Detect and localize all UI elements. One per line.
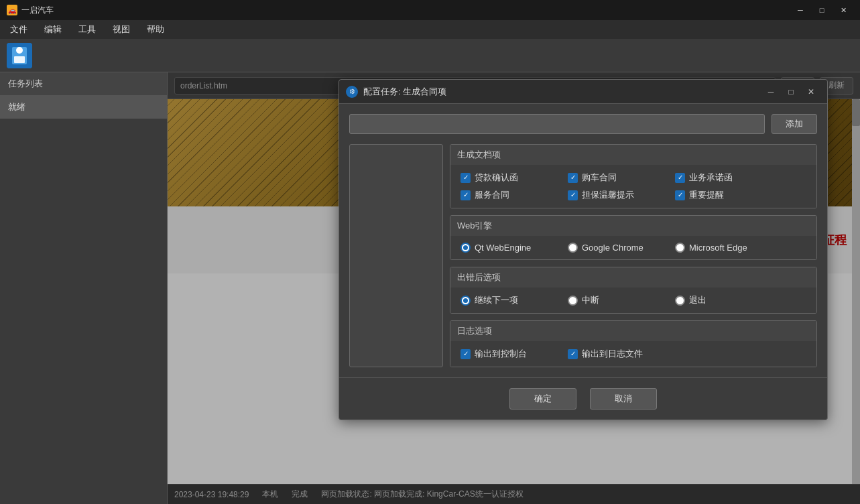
- minimize-button[interactable]: ─: [790, 3, 810, 17]
- menu-bar: 文件 编辑 工具 视图 帮助: [0, 20, 860, 39]
- checkbox-output-console[interactable]: 输出到控制台: [460, 348, 548, 360]
- title-bar-controls: ─ □ ✕: [790, 3, 853, 17]
- sidebar-header: 任务列表: [0, 72, 167, 96]
- checkbox-important-reminder-box[interactable]: [675, 190, 685, 200]
- checkbox-guarantee-reminder-label: 担保温馨提示: [582, 189, 634, 201]
- title-bar-left: 🚗 一启汽车: [7, 5, 54, 16]
- radio-continue-next[interactable]: 继续下一项: [460, 294, 548, 306]
- dialog-left-panel: [349, 144, 443, 367]
- documents-section-title: 生成文档项: [450, 145, 816, 165]
- cancel-button[interactable]: 取消: [590, 388, 657, 410]
- web-engine-radio-row: Qt WebEngine Google Chrome: [460, 243, 806, 253]
- right-panel: orderList.htm 返回 刷新 新征程 2023-04-23 19:48…: [168, 72, 860, 504]
- radio-microsoft-edge-label: Microsoft Edge: [689, 243, 747, 253]
- web-engine-section-title: Web引擎: [450, 216, 816, 236]
- checkbox-important-reminder-label: 重要提醒: [689, 189, 724, 201]
- radio-interrupt-label: 中断: [582, 294, 599, 306]
- checkbox-output-logfile-label: 输出到日志文件: [582, 348, 643, 360]
- log-checkbox-row: 输出到控制台 输出到日志文件: [460, 348, 806, 360]
- sidebar: 任务列表 就绪: [0, 72, 168, 504]
- checkbox-service-contract-box[interactable]: [460, 190, 471, 200]
- checkbox-output-logfile[interactable]: 输出到日志文件: [568, 348, 655, 360]
- dialog-title-bar: ⚙ 配置任务: 生成合同项 ─ □ ✕: [339, 80, 827, 104]
- app-icon: 🚗: [7, 5, 17, 15]
- radio-continue-next-circle[interactable]: [460, 296, 471, 306]
- menu-edit[interactable]: 编辑: [38, 21, 68, 38]
- input-row: 添加: [349, 114, 817, 134]
- checkbox-guarantee-reminder-box[interactable]: [568, 190, 578, 200]
- dialog-title-left: ⚙ 配置任务: 生成合同项: [346, 86, 446, 98]
- checkbox-output-logfile-box[interactable]: [568, 349, 578, 359]
- checkbox-business-promise[interactable]: 业务承诺函: [675, 172, 762, 184]
- app-title: 一启汽车: [21, 5, 54, 16]
- log-section-body: 输出到控制台 输出到日志文件: [450, 341, 816, 367]
- svg-point-2: [16, 47, 23, 54]
- svg-rect-3: [14, 56, 25, 63]
- dialog-footer: 确定 取消: [339, 377, 827, 420]
- checkbox-business-promise-box[interactable]: [675, 173, 685, 183]
- radio-exit-circle[interactable]: [675, 296, 685, 306]
- dialog-body: 添加 生成文档项: [339, 104, 827, 377]
- radio-google-chrome-label: Google Chrome: [582, 243, 643, 253]
- documents-row-1: 贷款确认函 购车合同 业务承诺函: [460, 172, 806, 184]
- error-handling-section: 出错后选项 继续下一项: [450, 267, 817, 314]
- dialog-overlay: ⚙ 配置任务: 生成合同项 ─ □ ✕ 添加: [168, 72, 860, 504]
- checkbox-service-contract[interactable]: 服务合同: [460, 189, 548, 201]
- sidebar-item-ready[interactable]: 就绪: [0, 96, 167, 119]
- radio-qt-webengine-label: Qt WebEngine: [475, 243, 531, 253]
- radio-interrupt-circle[interactable]: [568, 296, 578, 306]
- dialog-icon: ⚙: [346, 86, 358, 98]
- checkbox-car-contract-label: 购车合同: [582, 172, 617, 184]
- toolbar-logo: [7, 43, 32, 68]
- close-button[interactable]: ✕: [833, 3, 853, 17]
- checkbox-loan-confirm-label: 贷款确认函: [475, 172, 518, 184]
- add-button[interactable]: 添加: [772, 114, 817, 134]
- documents-section: 生成文档项 贷款确认函: [450, 144, 817, 208]
- documents-row-2: 服务合同 担保温馨提示 重要提醒: [460, 189, 806, 201]
- error-handling-section-body: 继续下一项 中断 退出: [450, 288, 816, 313]
- error-handling-section-title: 出错后选项: [450, 267, 816, 288]
- radio-microsoft-edge[interactable]: Microsoft Edge: [675, 243, 762, 253]
- checkbox-output-console-box[interactable]: [460, 349, 471, 359]
- checkbox-loan-confirm-box[interactable]: [460, 173, 471, 183]
- radio-continue-next-label: 继续下一项: [475, 294, 518, 306]
- checkbox-car-contract-box[interactable]: [568, 173, 578, 183]
- checkbox-important-reminder[interactable]: 重要提醒: [675, 189, 762, 201]
- dialog-title-text: 配置任务: 生成合同项: [363, 86, 446, 98]
- dialog-content: 生成文档项 贷款确认函: [349, 144, 817, 367]
- dialog-minimize-button[interactable]: ─: [761, 84, 780, 99]
- documents-section-body: 贷款确认函 购车合同 业务承诺函: [450, 165, 816, 208]
- log-section: 日志选项 输出到控制台: [450, 320, 817, 367]
- title-bar: 🚗 一启汽车 ─ □ ✕: [0, 0, 860, 20]
- web-engine-section: Web引擎 Qt WebEngine: [450, 215, 817, 260]
- maximize-button[interactable]: □: [812, 3, 832, 17]
- confirm-button[interactable]: 确定: [509, 388, 576, 410]
- dialog-controls: ─ □ ✕: [761, 84, 820, 99]
- menu-file[interactable]: 文件: [3, 21, 34, 38]
- checkbox-car-contract[interactable]: 购车合同: [568, 172, 655, 184]
- radio-google-chrome-circle[interactable]: [568, 243, 578, 253]
- menu-help[interactable]: 帮助: [140, 21, 171, 38]
- radio-interrupt[interactable]: 中断: [568, 294, 655, 306]
- dialog-maximize-button[interactable]: □: [782, 84, 800, 99]
- checkbox-service-contract-label: 服务合同: [475, 189, 509, 201]
- menu-view[interactable]: 视图: [106, 21, 137, 38]
- web-engine-section-body: Qt WebEngine Google Chrome: [450, 236, 816, 259]
- radio-exit[interactable]: 退出: [675, 294, 762, 306]
- log-section-title: 日志选项: [450, 321, 816, 341]
- radio-microsoft-edge-circle[interactable]: [675, 243, 685, 253]
- task-input[interactable]: [349, 114, 765, 134]
- options-area: 生成文档项 贷款确认函: [450, 144, 817, 367]
- radio-qt-webengine-circle[interactable]: [460, 243, 471, 253]
- radio-qt-webengine[interactable]: Qt WebEngine: [460, 243, 548, 253]
- checkbox-business-promise-label: 业务承诺函: [689, 172, 733, 184]
- checkbox-loan-confirm[interactable]: 贷款确认函: [460, 172, 548, 184]
- checkbox-output-console-label: 输出到控制台: [475, 348, 527, 360]
- checkbox-guarantee-reminder[interactable]: 担保温馨提示: [568, 189, 655, 201]
- config-dialog: ⚙ 配置任务: 生成合同项 ─ □ ✕ 添加: [339, 79, 828, 420]
- dialog-close-button[interactable]: ✕: [802, 84, 820, 99]
- menu-tools[interactable]: 工具: [72, 21, 103, 38]
- main-area: 任务列表 就绪 orderList.htm 返回 刷新 新征程: [0, 72, 860, 504]
- radio-google-chrome[interactable]: Google Chrome: [568, 243, 655, 253]
- error-handling-radio-row: 继续下一项 中断 退出: [460, 294, 806, 306]
